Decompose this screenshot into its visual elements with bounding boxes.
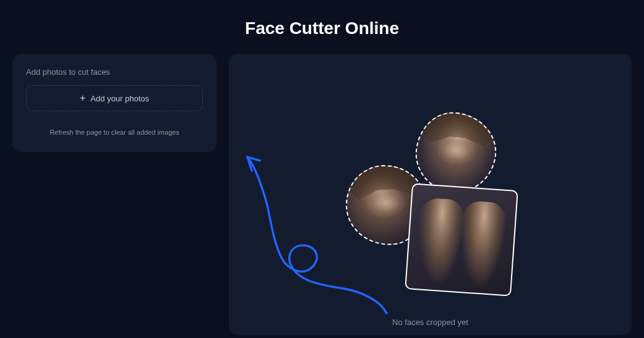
cutout-face-shading — [413, 110, 499, 195]
preview-panel: No faces cropped yet — [229, 54, 632, 335]
content-wrapper: Add photos to cut faces + Add your photo… — [0, 54, 644, 335]
plus-icon: + — [80, 93, 85, 103]
source-photo — [405, 183, 518, 297]
illustration-area: No faces cropped yet — [229, 54, 632, 335]
refresh-hint: Refresh the page to clear all added imag… — [26, 129, 203, 136]
upload-panel: Add photos to cut faces + Add your photo… — [12, 54, 217, 152]
upload-panel-label: Add photos to cut faces — [26, 67, 203, 77]
add-photos-button[interactable]: + Add your photos — [26, 85, 203, 111]
status-text: No faces cropped yet — [229, 318, 632, 327]
page-title: Face Cutter Online — [0, 0, 644, 54]
add-photos-button-label: Add your photos — [90, 94, 149, 103]
person-silhouette-right — [454, 200, 510, 296]
